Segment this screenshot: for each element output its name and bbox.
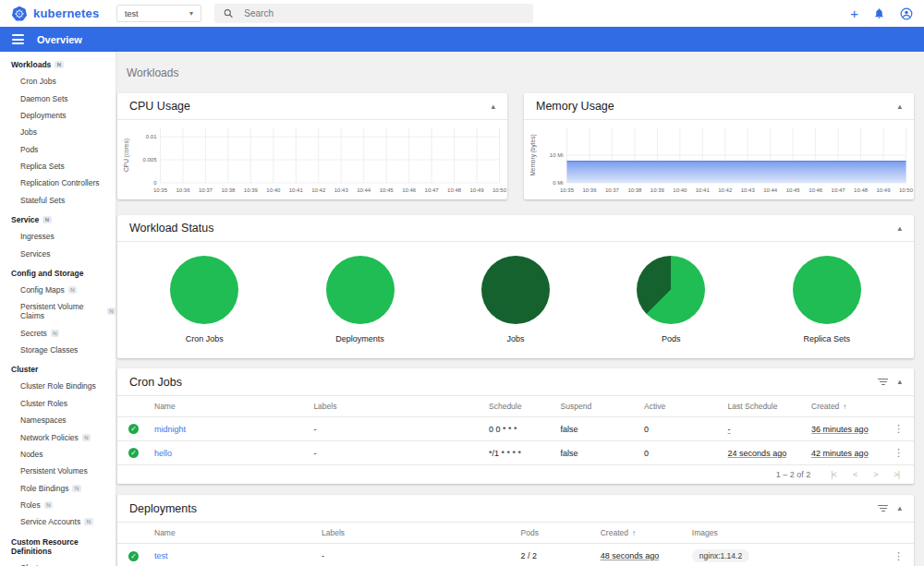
sidebar-item-daemon-sets[interactable]: Daemon Sets [0, 90, 116, 106]
actions-cell: ⋮ [886, 441, 914, 465]
workload-status-pies: Cron JobsDeploymentsJobsPodsReplica Sets [117, 242, 914, 343]
account-button[interactable] [900, 7, 913, 20]
namespaced-badge: N [84, 518, 92, 525]
resource-link[interactable]: midnight [154, 425, 186, 434]
workload-status-card: Workload Status ▴ Cron JobsDeploymentsJo… [117, 215, 914, 358]
sort-ascending-icon[interactable]: ↑ [843, 403, 846, 411]
sidebar-item-service-accounts[interactable]: Service AccountsN [0, 513, 116, 530]
brand-name: kubernetes [33, 6, 99, 20]
svg-text:10:35: 10:35 [560, 187, 575, 193]
column-header-suspend[interactable]: Suspend [557, 396, 641, 417]
pie-chart-pods [637, 256, 705, 324]
svg-text:0.005: 0.005 [142, 157, 157, 163]
filter-icon[interactable] [878, 379, 888, 386]
search-bar[interactable] [214, 4, 533, 23]
pagination-first-button[interactable]: |< [831, 470, 836, 479]
sidebar-item-label: Service Accounts [20, 517, 80, 526]
column-header-name[interactable]: Name [151, 396, 310, 417]
svg-text:10:43: 10:43 [334, 187, 349, 193]
column-header-pods[interactable]: Pods [517, 523, 597, 544]
row-menu-button[interactable]: ⋮ [890, 447, 907, 458]
status-cell: ✓ [117, 417, 151, 441]
column-header-created[interactable]: Created↑ [597, 523, 688, 544]
deployments-card: Deployments▴NameLabelsPodsCreated↑Images… [117, 495, 914, 566]
memory-usage-card: Memory Usage ▴ 10:3510:3610:3710:3810:39… [524, 93, 914, 199]
pie-chart-deployments [326, 256, 395, 324]
collapse-icon[interactable]: ▴ [897, 378, 902, 386]
sidebar-item-replication-controllers[interactable]: Replication Controllers [0, 175, 116, 191]
status-ok-icon: ✓ [128, 551, 139, 561]
pagination-prev-button[interactable]: < [853, 470, 857, 479]
status-cell: ✓ [117, 441, 151, 465]
sidebar-item-pods[interactable]: Pods [0, 141, 116, 158]
svg-text:10:39: 10:39 [650, 187, 665, 193]
menu-icon[interactable] [12, 34, 24, 44]
svg-text:10:50: 10:50 [492, 187, 507, 193]
svg-text:10:46: 10:46 [402, 187, 417, 193]
actions-cell: ⋮ [886, 544, 914, 566]
column-header-active[interactable]: Active [640, 396, 724, 417]
sidebar-section-workloads: WorkloadsN [0, 54, 116, 73]
sidebar-item-label: Deployments [20, 111, 67, 120]
svg-text:10:40: 10:40 [673, 187, 687, 193]
sidebar-item-services[interactable]: Services [0, 245, 116, 261]
data-table: NameLabelsPodsCreated↑Images✓test-2 / 24… [117, 522, 914, 566]
sidebar-item-cluster-roles[interactable]: Cluster Roles [0, 395, 116, 412]
collapse-icon[interactable]: ▴ [897, 102, 902, 111]
collapse-icon[interactable]: ▴ [897, 504, 902, 512]
column-header-labels[interactable]: Labels [310, 396, 485, 417]
filter-icon[interactable] [878, 505, 888, 512]
column-header-images[interactable]: Images [688, 523, 886, 544]
svg-text:10:44: 10:44 [357, 187, 371, 193]
sidebar-item-ingresses[interactable]: Ingresses [0, 228, 116, 245]
sidebar-item-nodes[interactable]: Nodes [0, 446, 116, 463]
search-input[interactable] [242, 7, 524, 19]
sidebar-item-secrets[interactable]: SecretsN [0, 325, 116, 342]
sidebar-item-cluster[interactable]: Cluster [0, 560, 116, 566]
column-header-last-schedule[interactable]: Last Schedule [724, 396, 808, 417]
sidebar-item-replica-sets[interactable]: Replica Sets [0, 158, 116, 175]
row-menu-button[interactable]: ⋮ [890, 550, 907, 561]
svg-text:10 Mi: 10 Mi [550, 152, 564, 158]
sidebar-item-cluster-role-bindings[interactable]: Cluster Role Bindings [0, 378, 116, 394]
pagination-last-button[interactable]: >| [894, 470, 899, 479]
pagination-next-button[interactable]: > [873, 470, 877, 479]
row-menu-button[interactable]: ⋮ [890, 423, 907, 434]
namespace-selector[interactable]: test ▾ [116, 5, 201, 22]
collapse-icon[interactable]: ▴ [897, 224, 902, 233]
svg-text:0: 0 [153, 180, 157, 186]
relative-time-cell: - [724, 417, 808, 441]
notifications-button[interactable] [873, 7, 885, 19]
sidebar-item-network-policies[interactable]: Network PoliciesN [0, 428, 116, 445]
sidebar-item-label: Secrets [20, 329, 47, 338]
svg-text:10:49: 10:49 [877, 187, 892, 193]
svg-text:0.01: 0.01 [146, 134, 157, 139]
sidebar-item-namespaces[interactable]: Namespaces [0, 412, 116, 428]
sidebar-item-label: Role Bindings [20, 484, 68, 493]
column-header-name[interactable]: Name [151, 523, 318, 544]
sidebar-item-persistent-volume-claims[interactable]: Persistent Volume ClaimsN [0, 298, 116, 324]
sidebar-item-stateful-sets[interactable]: Stateful Sets [0, 192, 116, 209]
sidebar-item-roles[interactable]: RolesN [0, 497, 116, 513]
sidebar-item-config-maps[interactable]: Config MapsN [0, 282, 116, 298]
sort-ascending-icon[interactable]: ↑ [632, 529, 636, 537]
sidebar-item-storage-classes[interactable]: Storage Classes [0, 342, 116, 358]
sidebar-item-cron-jobs[interactable]: Cron Jobs [0, 73, 116, 90]
sidebar-item-deployments[interactable]: Deployments [0, 107, 116, 124]
sidebar-item-persistent-volumes[interactable]: Persistent Volumes [0, 463, 116, 479]
column-header-created[interactable]: Created↑ [808, 396, 886, 417]
status-cell: ✓ [117, 544, 151, 566]
collapse-icon[interactable]: ▴ [491, 102, 495, 111]
kubernetes-logo[interactable]: kubernetes [11, 6, 103, 22]
sidebar-item-jobs[interactable]: Jobs [0, 124, 116, 140]
column-header-schedule[interactable]: Schedule [485, 396, 557, 417]
status-ok-icon: ✓ [128, 448, 139, 458]
sidebar-item-role-bindings[interactable]: Role BindingsN [0, 480, 116, 497]
pie-chart-replica-sets [793, 256, 861, 324]
table-card-head: Deployments▴ [117, 495, 914, 522]
create-resource-button[interactable]: + [850, 6, 858, 20]
resource-link[interactable]: test [154, 551, 168, 560]
column-header-labels[interactable]: Labels [318, 523, 517, 544]
sidebar-section-label: Cluster [11, 365, 38, 374]
resource-link[interactable]: hello [154, 449, 172, 458]
